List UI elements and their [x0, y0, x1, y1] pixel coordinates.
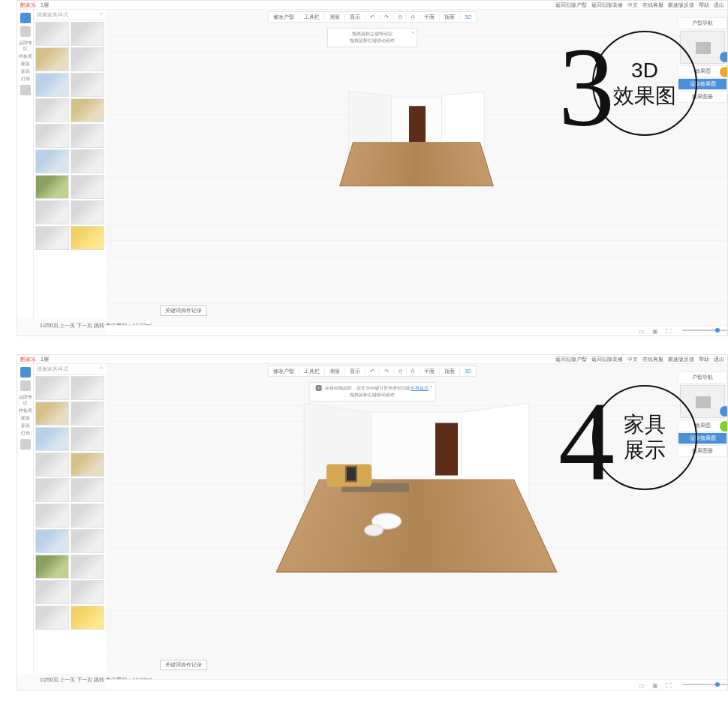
thumb[interactable]: [35, 175, 69, 199]
prev-page[interactable]: 上一页: [59, 323, 75, 328]
thumb[interactable]: [71, 226, 104, 250]
top-lang[interactable]: 中文: [627, 356, 638, 363]
thumb[interactable]: [71, 376, 104, 400]
badge-icon[interactable]: [720, 421, 728, 432]
thumb[interactable]: [35, 22, 69, 46]
thumb[interactable]: [71, 478, 104, 502]
search-input[interactable]: 搜索家具样式: [34, 364, 106, 375]
history-button[interactable]: 关键词操作记录: [160, 660, 207, 670]
sidebar-label[interactable]: 样板间: [17, 53, 33, 59]
status-icons[interactable]: ▭ ▣ ⛶: [639, 682, 675, 689]
thumb[interactable]: [71, 580, 104, 604]
view-top[interactable]: 顶面: [440, 14, 460, 21]
thumb[interactable]: [35, 580, 69, 604]
jump-page[interactable]: 跳转: [94, 677, 104, 682]
view-3d[interactable]: 3D: [460, 14, 476, 20]
top-exit[interactable]: 退出: [714, 2, 724, 9]
thumb[interactable]: [71, 402, 104, 426]
thumb[interactable]: [35, 73, 69, 97]
thumb[interactable]: [35, 226, 69, 250]
floor-select[interactable]: 1層: [41, 2, 49, 9]
undo-icon[interactable]: ↶: [366, 14, 380, 20]
thumb[interactable]: [71, 124, 104, 148]
redo-icon[interactable]: ↷: [380, 369, 394, 375]
next-page[interactable]: 下一页: [77, 323, 92, 328]
sidebar-label[interactable]: 品牌专区: [17, 40, 33, 52]
top-feedback[interactable]: 极速版反馈: [668, 356, 694, 363]
thumb[interactable]: [71, 555, 104, 579]
top-feedback[interactable]: 极速版反馈: [668, 2, 694, 9]
app-logo[interactable]: 酷家乐: [20, 356, 36, 363]
app-logo[interactable]: 酷家乐: [20, 2, 36, 9]
thumb[interactable]: [71, 606, 104, 630]
redo-icon[interactable]: ↷: [380, 14, 394, 20]
thumb[interactable]: [71, 453, 104, 477]
tool-icon[interactable]: [20, 381, 31, 391]
view-plan[interactable]: 平面: [420, 368, 440, 375]
save-icon[interactable]: ⎙: [394, 14, 407, 20]
top-link[interactable]: 返回旧版装修: [591, 356, 623, 363]
sidebar-label[interactable]: 家具: [17, 68, 33, 74]
tool-tools[interactable]: 工具栏: [299, 368, 325, 375]
top-lang[interactable]: 中文: [627, 2, 638, 9]
thumb[interactable]: [35, 529, 69, 553]
print-icon[interactable]: ⎙: [407, 14, 420, 20]
thumb[interactable]: [35, 200, 69, 224]
badge-icon[interactable]: [720, 67, 728, 77]
close-icon[interactable]: ×: [430, 384, 433, 390]
tool-measure[interactable]: 测量: [325, 14, 345, 21]
zoom-slider[interactable]: [682, 328, 720, 332]
badge-icon[interactable]: [720, 52, 728, 62]
thumb[interactable]: [71, 149, 104, 173]
thumb[interactable]: [71, 200, 104, 224]
tool-icon[interactable]: [20, 13, 31, 23]
thumb[interactable]: [71, 175, 104, 199]
thumb[interactable]: [35, 555, 69, 579]
thumb[interactable]: [71, 73, 104, 97]
tool-icon[interactable]: [20, 439, 31, 450]
thumb[interactable]: [71, 47, 104, 71]
print-icon[interactable]: ⎙: [407, 369, 420, 374]
thumb[interactable]: [71, 427, 104, 451]
thumb[interactable]: [35, 149, 69, 173]
tool-tools[interactable]: 工具栏: [299, 14, 325, 21]
top-exit[interactable]: 退出: [714, 356, 724, 363]
sidebar-label[interactable]: 硬装: [17, 61, 33, 67]
thumb[interactable]: [35, 427, 69, 451]
thumb[interactable]: [35, 606, 69, 630]
top-link[interactable]: 返回旧版户型: [555, 356, 587, 363]
side-table[interactable]: [364, 525, 384, 537]
tool-modify[interactable]: 修改户型: [269, 14, 299, 21]
search-input[interactable]: 搜索家具样式: [34, 10, 106, 20]
thumb[interactable]: [35, 98, 69, 122]
thumb[interactable]: [35, 478, 69, 502]
picture-frame[interactable]: [345, 466, 357, 483]
tool-modify[interactable]: 修改户型: [269, 368, 299, 375]
jump-page[interactable]: 跳转: [94, 323, 104, 328]
thumb[interactable]: [35, 402, 69, 426]
sidebar-label[interactable]: 样板间: [17, 408, 33, 414]
thumb[interactable]: [35, 453, 69, 477]
view-plan[interactable]: 平面: [420, 14, 440, 21]
sidebar-label[interactable]: 硬装: [17, 415, 33, 421]
view-3d[interactable]: 3D: [460, 369, 476, 374]
thumb[interactable]: [35, 124, 69, 148]
tool-icon[interactable]: [20, 26, 31, 37]
sidebar-label[interactable]: 品牌专区: [17, 394, 33, 406]
top-link[interactable]: 返回旧版户型: [555, 2, 587, 9]
prev-page[interactable]: 上一页: [59, 677, 75, 682]
top-help[interactable]: 帮助: [699, 2, 709, 9]
thumb[interactable]: [35, 504, 69, 528]
tool-display[interactable]: 显示: [345, 14, 366, 21]
tool-display[interactable]: 显示: [345, 368, 366, 375]
next-page[interactable]: 下一页: [77, 677, 92, 682]
history-button[interactable]: 关键词操作记录: [160, 305, 207, 316]
tool-measure[interactable]: 测量: [325, 368, 345, 375]
sidebar-label[interactable]: 家具: [17, 423, 33, 429]
top-support[interactable]: 在线客服: [642, 356, 663, 363]
badge-icon[interactable]: [720, 406, 728, 417]
zoom-slider[interactable]: [682, 682, 720, 687]
top-support[interactable]: 在线客服: [642, 2, 663, 9]
status-icons[interactable]: ▭ ▣ ⛶: [639, 328, 675, 335]
thumb[interactable]: [35, 47, 69, 71]
